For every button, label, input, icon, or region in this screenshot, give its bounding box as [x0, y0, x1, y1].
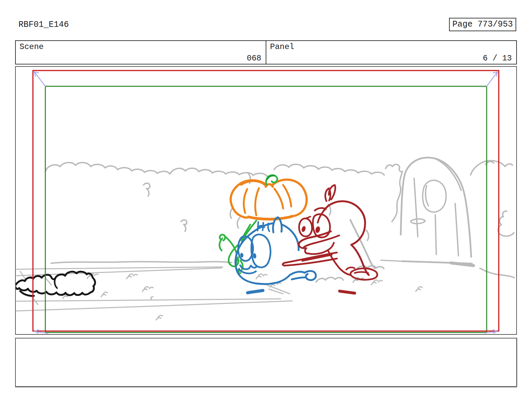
bird-feather-tuft — [325, 185, 335, 201]
path-line-4 — [16, 301, 292, 311]
paren-mark-4 — [230, 208, 233, 218]
scene-panel-table: Scene 068 Panel 6 / 13 — [15, 40, 517, 64]
bird-eye-left — [299, 218, 312, 236]
camera-start-frame-green — [45, 86, 487, 332]
sprout-leaf-end — [220, 235, 225, 240]
paren-mark-3 — [366, 230, 368, 240]
pumpkin — [231, 180, 307, 219]
hedge-top-line-left — [45, 163, 269, 176]
black-bush-notch — [55, 279, 57, 288]
hedge-right-of-door — [471, 161, 513, 175]
blue-arm-top — [290, 272, 305, 275]
door-arch-accent — [436, 159, 461, 190]
blue-hair-1 — [258, 222, 258, 231]
panel-value: 6 / 13 — [483, 54, 512, 63]
sprout-leaf-cone-b — [225, 236, 236, 253]
camera-end-frame-red — [33, 71, 499, 331]
bird-toe-line — [355, 272, 368, 273]
bush-squiggle-2 — [181, 220, 187, 231]
storyboard-panel-frame — [15, 66, 517, 335]
panel-cell: Panel 6 / 13 — [266, 41, 516, 64]
pumpkin-rib-1 — [244, 189, 247, 213]
paren-mark-5 — [237, 218, 240, 228]
page-indicator: Page 773/953 — [449, 18, 516, 31]
door-window-accent — [426, 186, 429, 206]
door-bottom-left-ext — [381, 260, 402, 261]
hedge-top-line-right — [274, 164, 384, 175]
door-plank-2 — [435, 215, 436, 255]
camera-arrow-top-right — [487, 72, 497, 86]
bird-head-left — [318, 211, 323, 223]
panel-label: Panel — [270, 42, 294, 51]
blue-head-right — [282, 225, 299, 250]
blue-arm-bottom — [292, 277, 305, 279]
path-line-3 — [16, 299, 281, 301]
pumpkin-rib-2 — [255, 188, 259, 215]
scene-value: 068 — [247, 54, 261, 63]
camera-arrow-top-left — [34, 72, 45, 86]
caption-box — [15, 338, 517, 387]
bird-foot — [351, 268, 378, 280]
bumps-under-bird-1 — [316, 277, 343, 282]
bush-squiggle-1 — [143, 183, 150, 196]
door-plank-3 — [455, 203, 458, 256]
storyboard-sheet: RBF01_E146 Page 773/953 Scene 068 Panel … — [0, 0, 532, 411]
scene-cell: Scene 068 — [16, 41, 266, 64]
bush-left-of-door — [386, 164, 402, 222]
ground-wavy-right — [480, 268, 514, 278]
blue-hand-curl — [305, 271, 316, 280]
pumpkin-rib-4 — [283, 185, 291, 207]
bird-front-foot — [346, 267, 355, 270]
far-right-bush-curl — [498, 211, 514, 236]
blue-shadow-dash — [248, 290, 263, 293]
door-handle — [411, 219, 425, 224]
blue-pupils — [240, 253, 257, 259]
ground-wavy-left — [51, 262, 232, 263]
grass-tufts — [63, 274, 422, 320]
pumpkin-bottom — [249, 216, 292, 219]
sketch-diagonal-3 — [46, 278, 51, 285]
door-plank-1 — [414, 178, 418, 237]
scene-label: Scene — [19, 42, 44, 51]
storyboard-drawing — [16, 67, 516, 334]
blue-eye-right — [251, 234, 270, 267]
diagonal-under-character-2 — [269, 289, 283, 294]
bird-shadow-dash — [340, 291, 355, 293]
pumpkin-top-thick — [241, 181, 266, 185]
pumpkin-left-lobe — [231, 180, 267, 218]
bird-wing-tip — [283, 263, 285, 266]
project-title: RBF01_E146 — [18, 20, 69, 30]
pumpkin-rib-3 — [274, 189, 283, 209]
